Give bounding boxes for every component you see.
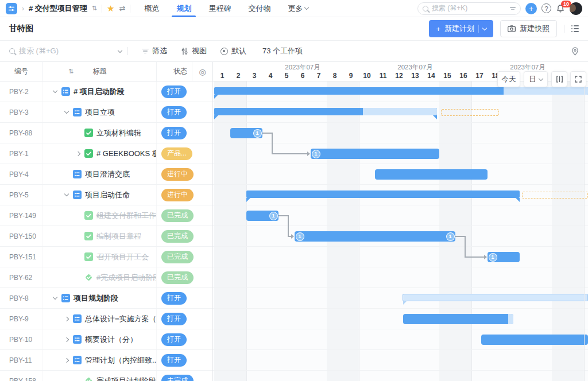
table-row-PBY-11[interactable]: PBY-11管理计划（内控细致...打开	[0, 350, 212, 371]
table-row-PBY-10[interactable]: PBY-10概要设计（分）打开	[0, 329, 212, 350]
dependency-count-badge[interactable]: 1	[312, 150, 320, 158]
overdue-dashed-range[interactable]	[441, 109, 499, 116]
dependency-count-badge[interactable]: 1	[446, 232, 455, 241]
status-badge[interactable]: 打开	[161, 127, 187, 139]
search-filter-icon[interactable]	[510, 7, 516, 10]
tab-规划[interactable]: 规划	[176, 0, 191, 17]
time-unit-dropdown[interactable]: 日	[524, 71, 548, 87]
gantt-bar-PBY-8[interactable]	[403, 294, 588, 301]
gantt-bar-PBY-1[interactable]	[311, 149, 439, 159]
divider	[564, 25, 564, 33]
table-row-PBY-150[interactable]: PBY-150编制项目章程已完成	[0, 226, 212, 247]
overdue-dashed-range[interactable]	[522, 192, 588, 199]
expand-chevron-down-icon[interactable]	[64, 109, 69, 114]
gantt-bar-PBY-2[interactable]	[214, 87, 588, 95]
expand-chevron-right-icon[interactable]	[76, 151, 80, 155]
tab-概览[interactable]: 概览	[144, 0, 159, 17]
user-avatar[interactable]	[570, 2, 582, 15]
row-status-cell: 进行中	[157, 185, 192, 205]
expand-chevron-down-icon[interactable]	[64, 192, 69, 196]
table-row-PBY-62[interactable]: PBY-62#完成项目启动阶段...已完成	[0, 267, 212, 288]
dependency-count-badge[interactable]: 1	[296, 232, 304, 241]
table-row-PBY-151[interactable]: PBY-151召开项目开工会已完成	[0, 247, 212, 267]
status-badge[interactable]: 未完成	[161, 375, 194, 381]
gantt-bar-PBY-4[interactable]	[375, 169, 488, 180]
status-badge[interactable]: 产品...	[161, 147, 192, 160]
status-badge[interactable]: 已完成	[161, 209, 194, 222]
global-search-input[interactable]: 搜索 (⌘+K)	[417, 2, 521, 15]
divider	[130, 5, 130, 13]
table-row-PBY-1[interactable]: PBY-1# GEEKBOOKS 极...产品...	[0, 143, 212, 164]
status-badge[interactable]: 打开	[161, 292, 187, 305]
tab-更多[interactable]: 更多	[288, 0, 308, 17]
gantt-bar-PBY-150[interactable]	[295, 231, 455, 242]
create-button[interactable]: +	[525, 3, 537, 14]
status-badge[interactable]: 已完成	[161, 230, 194, 243]
row-title-cell: 项目立项	[43, 102, 157, 122]
table-row-PBY-9[interactable]: PBY-9总体设计=实施方案（...打开	[0, 309, 212, 329]
breadcrumb-project-name[interactable]: # 交付型项目管理	[29, 3, 87, 14]
table-row-PBY-149[interactable]: PBY-149组建交付群和工作台已完成	[0, 205, 212, 226]
tab-里程碑[interactable]: 里程碑	[208, 0, 231, 17]
gantt-bar-PBY-5[interactable]	[246, 190, 520, 198]
column-header-status[interactable]: 状态	[157, 62, 192, 81]
dependency-count-badge[interactable]: 1	[269, 212, 278, 220]
table-row-PBY-5[interactable]: PBY-5项目启动任命进行中	[0, 185, 212, 205]
sort-icon[interactable]: ⇅	[68, 68, 74, 75]
column-header-id[interactable]: 编号	[0, 62, 43, 81]
gantt-bar-PBY-9[interactable]	[403, 314, 513, 324]
notifications-button[interactable]: 10	[556, 4, 565, 13]
work-item-count: 73 个工作项	[262, 46, 303, 56]
expand-chevron-right-icon[interactable]	[64, 337, 69, 341]
new-plan-button[interactable]: + 新建计划	[429, 20, 493, 37]
fullscreen-button[interactable]	[570, 71, 586, 87]
expand-chevron-right-icon[interactable]	[64, 316, 69, 321]
status-badge[interactable]: 已完成	[161, 251, 194, 263]
favorite-star-icon[interactable]: ★	[107, 4, 114, 13]
timeline-edge-line	[584, 81, 585, 381]
expand-chevron-down-icon[interactable]	[53, 295, 57, 300]
status-badge[interactable]: 进行中	[161, 168, 194, 181]
project-icon[interactable]	[6, 3, 17, 14]
status-badge[interactable]: 打开	[161, 354, 187, 367]
item-search-input[interactable]: 搜索 (⌘+G)	[9, 46, 122, 56]
status-badge[interactable]: 打开	[161, 333, 187, 346]
expand-chevron-right-icon[interactable]	[64, 357, 69, 362]
tab-交付物[interactable]: 交付物	[248, 0, 270, 17]
expand-cell	[52, 91, 58, 92]
table-row-PBY-3[interactable]: PBY-3项目立项打开	[0, 102, 212, 123]
status-badge[interactable]: 进行中	[161, 189, 194, 201]
table-row-PBY-2[interactable]: PBY-2# 项目启动阶段打开	[0, 81, 212, 102]
fullscreen-icon	[575, 76, 582, 83]
expand-cell	[64, 194, 69, 196]
table-row-PBY-4[interactable]: PBY-4项目澄清交底进行中	[0, 164, 212, 185]
row-title-cell: 立项材料编辑	[43, 123, 157, 143]
swap-icon[interactable]: ⇄	[119, 4, 126, 13]
project-switcher-icon[interactable]: ⇅	[92, 5, 97, 12]
locate-pin-icon[interactable]	[571, 47, 579, 56]
gantt-bar-PBY-10[interactable]	[481, 335, 588, 345]
bar-remaining-part	[504, 87, 588, 95]
table-row-PBY-88[interactable]: PBY-88立项材料编辑打开	[0, 123, 212, 143]
split-view-button[interactable]	[551, 71, 567, 87]
help-icon[interactable]: ?	[541, 3, 551, 13]
default-view-button[interactable]: 默认	[220, 46, 246, 56]
column-header-title[interactable]: ⇅ 标题	[43, 62, 157, 81]
status-badge[interactable]: 打开	[161, 313, 187, 325]
status-badge[interactable]: 打开	[161, 106, 187, 119]
view-config-button[interactable]: 视图	[181, 46, 207, 56]
dependency-count-badge[interactable]: 1	[253, 129, 262, 138]
table-row-PBY-158[interactable]: PBY-158完成项目计划阶段复盘未完成	[0, 371, 212, 381]
column-settings-gear-icon[interactable]: ◎	[192, 62, 212, 81]
filter-button[interactable]: 筛选	[142, 46, 167, 56]
table-row-PBY-8[interactable]: PBY-8项目规划阶段打开	[0, 288, 212, 309]
expand-chevron-down-icon[interactable]	[53, 88, 57, 93]
new-snapshot-button[interactable]: 新建快照	[500, 20, 557, 37]
today-button[interactable]: 今天	[497, 71, 520, 87]
status-badge[interactable]: 打开	[161, 85, 187, 98]
dependency-count-badge[interactable]: 1	[489, 253, 497, 262]
gantt-bar-PBY-3[interactable]	[214, 108, 437, 115]
gantt-row-separator	[213, 226, 588, 226]
view-settings-icon[interactable]	[571, 25, 579, 32]
status-badge[interactable]: 已完成	[161, 271, 194, 284]
